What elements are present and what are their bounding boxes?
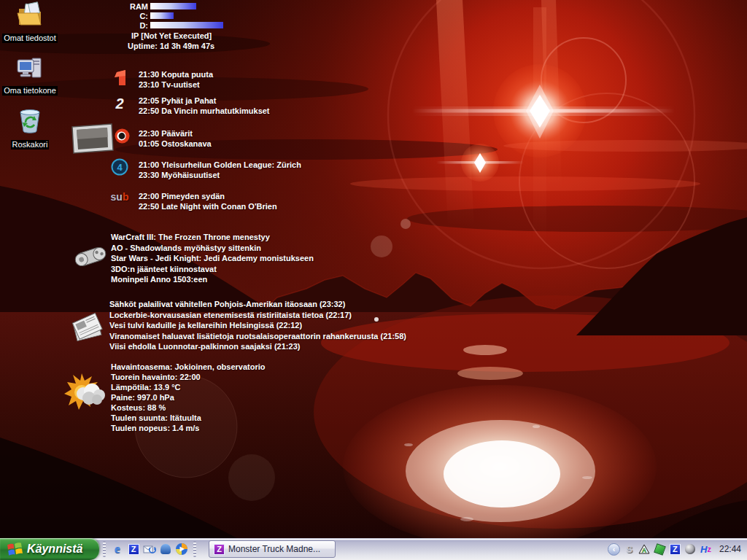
weather-wind-direction: Tuulen suunta: Itätuulta bbox=[111, 413, 266, 423]
c-drive-row: C: bbox=[128, 11, 288, 20]
quick-launch-outlook-express[interactable] bbox=[142, 541, 158, 557]
my-documents-icon bbox=[16, 1, 44, 28]
system-monitor-widget: RAM C: D: IP [Not Yet Executed] Uptime: … bbox=[128, 1, 288, 51]
uptime-text: Uptime: 1d 3h 49m 47s bbox=[128, 41, 288, 51]
game-news-list: WarCraft III: The Frozen Throne menestyy… bbox=[111, 232, 314, 285]
z-app-icon: Z bbox=[128, 544, 139, 555]
desktop-icon-my-computer[interactable]: Oma tietokone bbox=[1, 54, 58, 96]
outlook-express-icon bbox=[143, 543, 156, 555]
svg-text:A: A bbox=[642, 547, 647, 554]
news-item: Vesi tulvi kaduille ja kellareihin Helsi… bbox=[109, 320, 406, 331]
quick-launch-messenger[interactable] bbox=[158, 541, 174, 557]
desktop-icon-label: Roskakori bbox=[11, 140, 50, 149]
c-drive-label: C: bbox=[128, 12, 148, 20]
task-button-monster-truck-madness[interactable]: Z Monster Truck Madne... bbox=[209, 540, 336, 558]
sub-listing: 22:00 Pimeyden sydän 22:50 Late Night wi… bbox=[139, 191, 277, 211]
tray-sphere-application-icon[interactable] bbox=[684, 543, 697, 556]
quick-launch-internet-explorer[interactable]: e bbox=[109, 541, 125, 557]
d-drive-bar bbox=[150, 22, 223, 28]
mtv3-listing: 22:30 Päävärit 01:05 Ostoskanava bbox=[139, 128, 212, 149]
windows-flag-icon bbox=[7, 542, 23, 556]
weather-humidity: Kosteus: 88 % bbox=[111, 402, 266, 413]
desktop-icon-recycle-bin[interactable]: Roskakori bbox=[1, 106, 58, 150]
tray-triangle-a-application-icon[interactable]: A bbox=[638, 543, 651, 556]
hide-inactive-icons-chevron[interactable]: ‹ bbox=[608, 543, 620, 556]
taskbar: Käynnistä e Z bbox=[0, 538, 747, 560]
desktop-icon-my-documents[interactable]: Omat tiedostot bbox=[1, 1, 58, 44]
news-item: Viranomaiset haluavat lisätietoja ruotsa… bbox=[109, 331, 406, 342]
desktop-icon-label: Omat tiedostot bbox=[2, 34, 58, 43]
ram-usage-row: RAM bbox=[128, 1, 288, 11]
d-drive-row: D: bbox=[128, 20, 288, 30]
game-news-item: AO - Shadowlands myöhästyy sittenkin bbox=[111, 243, 314, 254]
quick-launch-handle[interactable] bbox=[103, 541, 106, 557]
task-window-icon: Z bbox=[214, 544, 225, 555]
tray-s-application-icon[interactable]: S bbox=[623, 543, 635, 556]
gamepad-icon bbox=[71, 241, 109, 272]
quick-launch-media-player[interactable] bbox=[174, 541, 190, 557]
internet-explorer-icon: e bbox=[115, 542, 120, 556]
weather-info: Havaintoasema: Jokioinen, observatorio T… bbox=[111, 362, 266, 433]
tv1-logo-icon bbox=[114, 70, 127, 86]
tv2-listing: 22:05 Pyhät ja Pahat 22:50 Da Vincin mur… bbox=[139, 96, 270, 116]
quick-launch-z-application[interactable]: Z bbox=[125, 541, 142, 557]
weather-observation-time: Tuorein havainto: 22:00 bbox=[111, 372, 266, 382]
game-news-item: 3DO:n jäänteet kiinnostavat bbox=[111, 264, 314, 275]
weather-temperature: Lämpötila: 13.9 °C bbox=[111, 382, 266, 392]
svg-text:4: 4 bbox=[117, 162, 123, 173]
newspaper-icon bbox=[67, 308, 109, 348]
ip-status-text: IP [Not Yet Executed] bbox=[128, 31, 288, 41]
messenger-icon bbox=[160, 544, 171, 554]
news-list: Sähköt palailivat vähitellen Pohjois-Ame… bbox=[109, 299, 406, 352]
weather-wind-speed: Tuulen nopeus: 1.4 m/s bbox=[111, 423, 266, 433]
tray-zonealarm-icon[interactable]: Z bbox=[669, 543, 681, 556]
tv1-listing: 21:30 Koputa puuta 23:10 Tv-uutiset bbox=[139, 69, 213, 90]
news-item: Sähköt palailivat vähitellen Pohjois-Ame… bbox=[109, 299, 406, 310]
start-button-label: Käynnistä bbox=[27, 542, 82, 556]
system-tray: ‹ S A Z Hz 22:44 bbox=[608, 538, 747, 560]
sub-logo-icon: sub bbox=[107, 190, 133, 203]
media-player-icon bbox=[175, 542, 188, 556]
nelonen-listing: 21:00 Yleisurheilun Golden League: Züric… bbox=[139, 160, 301, 180]
task-button-label: Monster Truck Madne... bbox=[228, 544, 320, 554]
tray-hz-application-icon[interactable]: Hz bbox=[700, 543, 712, 556]
news-item: Lockerbie-korvausasian etenemisestä rist… bbox=[109, 310, 406, 321]
d-drive-label: D: bbox=[128, 21, 148, 30]
weather-station: Havaintoasema: Jokioinen, observatorio bbox=[111, 362, 266, 372]
news-item: Viisi ehdolla Luonnotar-palkinnon saajak… bbox=[109, 341, 406, 352]
my-computer-icon bbox=[16, 54, 44, 80]
nelonen-logo-icon: 4 bbox=[111, 158, 128, 176]
start-button[interactable]: Käynnistä bbox=[0, 538, 99, 560]
ram-label: RAM bbox=[128, 2, 148, 11]
game-news-item: Star Wars - Jedi Knight: Jedi Academy mo… bbox=[111, 253, 314, 264]
game-news-item: Moninpeli Anno 1503:een bbox=[111, 274, 314, 285]
desktop: Omat tiedostot Oma tietokone Roskakori bbox=[0, 0, 747, 560]
tv2-logo-icon: 2 bbox=[109, 96, 131, 112]
taskband-handle[interactable] bbox=[193, 541, 196, 557]
taskbar-clock[interactable]: 22:44 bbox=[719, 544, 741, 554]
weather-pressure: Paine: 997.0 hPa bbox=[111, 392, 266, 402]
desktop-icon-label: Oma tietokone bbox=[2, 86, 58, 96]
mtv3-logo-icon bbox=[115, 128, 130, 144]
game-news-item: WarCraft III: The Frozen Throne menestyy bbox=[111, 232, 314, 243]
recycle-bin-icon bbox=[17, 106, 43, 134]
ram-usage-bar bbox=[150, 3, 223, 9]
weather-sun-cloud-icon bbox=[64, 372, 109, 411]
tv-set-icon bbox=[69, 122, 116, 156]
c-drive-bar bbox=[150, 12, 223, 19]
tray-green-application-icon[interactable] bbox=[654, 543, 666, 556]
